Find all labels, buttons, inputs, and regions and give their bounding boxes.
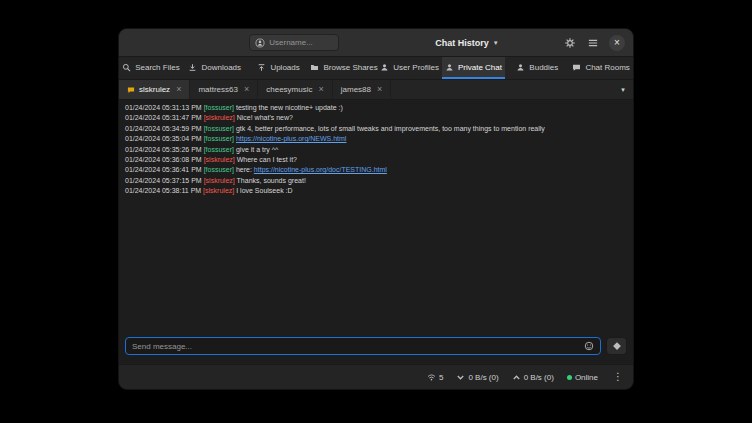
- status-menu-button[interactable]: ⋮: [611, 372, 625, 382]
- message-link[interactable]: https://nicotine-plus.org/NEWS.html: [236, 135, 347, 142]
- tab-uploads[interactable]: Uploads: [247, 57, 311, 79]
- message-text: I love Soulseek :D: [236, 187, 292, 194]
- message-text: Where can I test it?: [237, 156, 297, 163]
- person-icon: [516, 63, 525, 72]
- message-timestamp: 01/24/2024 05:34:59 PM: [125, 125, 204, 132]
- message-text: Thanks, sounds great!: [237, 177, 306, 184]
- tab-label: Private Chat: [458, 63, 502, 72]
- chat-message: 01/24/2024 05:37:15 PM [slskrulez] Thank…: [125, 176, 627, 186]
- online-dot-icon: [567, 375, 572, 380]
- close-tab-icon[interactable]: ×: [377, 85, 382, 94]
- hilite-icon: [127, 86, 135, 94]
- message-text: Nice! what's new?: [237, 114, 293, 121]
- headerbar-controls: ×: [503, 35, 625, 51]
- chat-help-button[interactable]: [606, 337, 627, 355]
- chat-message: 01/24/2024 05:31:13 PM [fossuser] testin…: [125, 103, 627, 113]
- close-icon: ×: [614, 35, 620, 50]
- message-nick: [slskrulez]: [204, 156, 235, 163]
- chat-tab-mattress63[interactable]: mattress63×: [190, 80, 258, 99]
- chat-message: 01/24/2024 05:35:04 PM [fossuser] https:…: [125, 134, 627, 144]
- message-text: here:: [236, 166, 254, 173]
- chat-tab-cheesymusic[interactable]: cheesymusic×: [258, 80, 333, 99]
- tab-label: Downloads: [201, 63, 241, 72]
- chat-tab-label: slskrulez: [139, 85, 170, 94]
- gear-icon: [564, 37, 576, 49]
- chevron-up-icon: [512, 373, 521, 382]
- message-text: testing the new nicotine+ update :): [236, 104, 343, 111]
- status-bar: 5 0 B/s (0) 0 B/s (0) Online ⋮: [119, 364, 633, 389]
- message-nick: [slskrulez]: [204, 114, 235, 121]
- upload-rate: 0 B/s (0): [524, 373, 554, 382]
- message-timestamp: 01/24/2024 05:35:26 PM: [125, 146, 204, 153]
- upload-rate-status[interactable]: 0 B/s (0): [512, 373, 554, 382]
- chat-message: 01/24/2024 05:36:41 PM [fossuser] here: …: [125, 165, 627, 175]
- close-tab-icon[interactable]: ×: [318, 85, 323, 94]
- chat-tab-bar: slskrulez×mattress63×cheesymusic×james88…: [119, 80, 633, 100]
- chat-tab-james88[interactable]: james88×: [333, 80, 392, 99]
- chat-tab-list: slskrulez×mattress63×cheesymusic×james88…: [119, 80, 391, 99]
- tab-browse-shares[interactable]: Browse Shares: [310, 57, 377, 79]
- chat-page: 01/24/2024 05:31:13 PM [fossuser] testin…: [119, 100, 633, 364]
- chat-tab-label: james88: [341, 85, 371, 94]
- message-timestamp: 01/24/2024 05:36:08 PM: [125, 156, 204, 163]
- tab-label: Uploads: [270, 63, 299, 72]
- headerbar: Username... Chat History ▼ ×: [119, 29, 633, 57]
- avatar-icon: [255, 38, 265, 48]
- chat-history-button[interactable]: Chat History ▼: [431, 36, 502, 50]
- tab-label: Chat Rooms: [585, 63, 629, 72]
- message-nick: [fossuser]: [204, 135, 234, 142]
- tab-search-files[interactable]: Search Files: [119, 57, 183, 79]
- message-nick: [slskrulez]: [204, 177, 235, 184]
- chat-message: 01/24/2024 05:35:26 PM [fossuser] give i…: [125, 145, 627, 155]
- message-text: give it a try ^^: [236, 146, 278, 153]
- message-timestamp: 01/24/2024 05:36:41 PM: [125, 166, 204, 173]
- folder-icon: [310, 63, 319, 72]
- message-placeholder: Send message...: [132, 342, 580, 351]
- close-tab-icon[interactable]: ×: [176, 85, 181, 94]
- chat-message: 01/24/2024 05:31:47 PM [slskrulez] Nice!…: [125, 113, 627, 123]
- connections-status[interactable]: 5: [427, 373, 443, 382]
- chevron-down-icon: ▼: [493, 40, 499, 46]
- message-timestamp: 01/24/2024 05:38:11 PM: [125, 187, 203, 194]
- message-nick: [slskrulez]: [203, 187, 234, 194]
- username-entry[interactable]: Username...: [249, 34, 339, 51]
- online-label: Online: [575, 373, 598, 382]
- close-tab-icon[interactable]: ×: [244, 85, 249, 94]
- tab-chat-rooms[interactable]: Chat Rooms: [569, 57, 633, 79]
- connections-count: 5: [439, 373, 443, 382]
- chat-tab-label: mattress63: [198, 85, 238, 94]
- chat-tab-label: cheesymusic: [266, 85, 312, 94]
- download-rate-status[interactable]: 0 B/s (0): [456, 373, 498, 382]
- chat-message: 01/24/2024 05:36:08 PM [slskrulez] Where…: [125, 155, 627, 165]
- main-tab-bar: Search FilesDownloadsUploadsBrowse Share…: [119, 57, 633, 80]
- tab-buddies[interactable]: Buddies: [505, 57, 569, 79]
- status-bar-right: 5 0 B/s (0) 0 B/s (0) Online ⋮: [427, 372, 625, 382]
- tab-overflow-button[interactable]: ▾: [613, 80, 633, 99]
- tab-private-chat[interactable]: Private Chat: [442, 57, 506, 79]
- tab-downloads[interactable]: Downloads: [183, 57, 247, 79]
- main-menu-button[interactable]: [586, 36, 600, 50]
- tab-user-profiles[interactable]: User Profiles: [378, 57, 442, 79]
- hamburger-menu-icon: [587, 37, 599, 49]
- connection-status[interactable]: Online: [567, 373, 598, 382]
- emoji-picker-button[interactable]: [584, 341, 594, 351]
- composer-row: Send message...: [119, 333, 633, 364]
- message-timestamp: 01/24/2024 05:31:13 PM: [125, 104, 204, 111]
- message-timestamp: 01/24/2024 05:37:15 PM: [125, 177, 204, 184]
- smiley-icon: [584, 341, 594, 351]
- kebab-icon: ⋮: [613, 371, 623, 382]
- message-link[interactable]: https://nicotine-plus.org/doc/TESTING.ht…: [254, 166, 387, 173]
- chat-message: 01/24/2024 05:34:59 PM [fossuser] gtk 4,…: [125, 124, 627, 134]
- message-text: gtk 4, better performance, lots of small…: [236, 125, 545, 132]
- message-input[interactable]: Send message...: [125, 337, 601, 355]
- network-icon: [427, 373, 436, 382]
- tab-label: User Profiles: [393, 63, 439, 72]
- username-placeholder: Username...: [269, 38, 313, 47]
- message-nick: [fossuser]: [204, 104, 234, 111]
- chat-tab-slskrulez[interactable]: slskrulez×: [119, 80, 190, 99]
- person-icon: [445, 63, 454, 72]
- window-close-button[interactable]: ×: [609, 35, 625, 51]
- chat-log[interactable]: 01/24/2024 05:31:13 PM [fossuser] testin…: [119, 100, 633, 333]
- search-icon: [122, 63, 131, 72]
- preferences-button[interactable]: [563, 36, 577, 50]
